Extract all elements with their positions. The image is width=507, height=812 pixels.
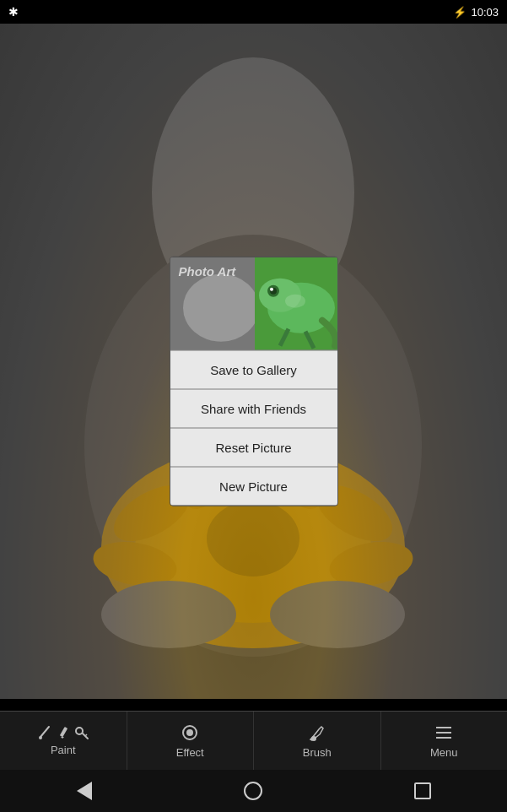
brush-tool[interactable]: Brush — [254, 712, 381, 770]
svg-marker-29 — [61, 737, 64, 739]
menu-icon — [434, 723, 454, 743]
menu-tool[interactable]: Menu — [381, 712, 508, 770]
navigation-bar — [0, 770, 507, 812]
menu-label: Menu — [430, 746, 458, 759]
paint-icons — [37, 725, 89, 740]
battery-icon: ⚡ — [453, 6, 467, 19]
new-picture-button[interactable]: New Picture — [170, 467, 337, 506]
svg-rect-28 — [60, 727, 67, 737]
svg-point-35 — [311, 736, 316, 741]
pencil-icon — [56, 725, 71, 740]
svg-point-30 — [76, 728, 83, 734]
paint-label: Paint — [51, 744, 76, 756]
home-button[interactable] — [236, 774, 270, 808]
svg-point-22 — [270, 288, 273, 291]
svg-point-27 — [39, 736, 42, 739]
brush-label: Brush — [303, 746, 332, 759]
paint-tool[interactable]: Paint — [0, 712, 127, 770]
svg-line-32 — [85, 734, 87, 736]
paintbrush-icon — [37, 725, 52, 740]
svg-line-26 — [40, 727, 49, 737]
effect-tool[interactable]: Effect — [127, 712, 255, 770]
status-bar: ✱ ⚡ 10:03 — [0, 0, 507, 24]
share-with-friends-button[interactable]: Share with Friends — [170, 389, 337, 428]
back-button[interactable] — [67, 774, 101, 808]
effect-icon — [180, 723, 200, 743]
svg-point-34 — [186, 729, 193, 736]
recent-apps-button[interactable] — [406, 774, 440, 808]
brush-icon — [307, 723, 327, 743]
effect-label: Effect — [176, 746, 204, 759]
modal-title: Photo Art — [179, 264, 236, 279]
key-icon — [74, 725, 89, 740]
save-to-gallery-button[interactable]: Save to Gallery — [170, 350, 337, 389]
time-display: 10:03 — [471, 6, 499, 19]
photo-area: Photo Art — [0, 24, 507, 699]
reset-picture-button[interactable]: Reset Picture — [170, 428, 337, 467]
svg-point-25 — [285, 295, 305, 308]
svg-point-16 — [183, 274, 259, 342]
notification-icon: ✱ — [8, 5, 19, 19]
modal-dialog: Photo Art — [170, 257, 338, 506]
modal-image: Photo Art — [170, 257, 337, 350]
bottom-toolbar: Paint Effect Brush Menu — [0, 711, 507, 770]
home-icon — [244, 782, 262, 800]
recent-icon — [414, 782, 431, 799]
back-icon — [77, 782, 92, 800]
